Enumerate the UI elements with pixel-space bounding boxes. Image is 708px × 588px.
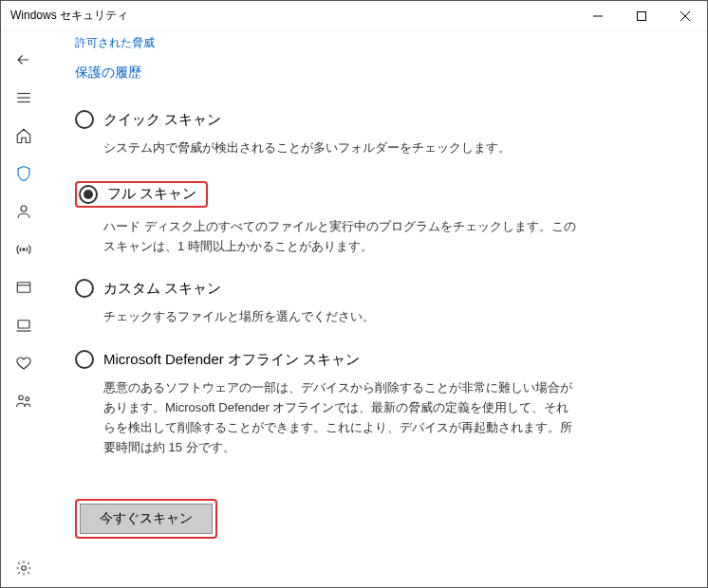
offline-scan-label: Microsoft Defender オフライン スキャン bbox=[103, 351, 360, 369]
custom-scan-radio[interactable] bbox=[75, 279, 94, 298]
window-title: Windows セキュリティ bbox=[10, 8, 576, 24]
scan-now-button[interactable]: 今すぐスキャン bbox=[80, 504, 213, 534]
app-icon[interactable] bbox=[1, 268, 47, 306]
title-bar: Windows セキュリティ bbox=[1, 1, 707, 31]
full-scan-desc: ハード ディスク上のすべてのファイルと実行中のプログラムをチェックします。このス… bbox=[103, 217, 578, 257]
custom-scan-desc: チェックするファイルと場所を選んでください。 bbox=[103, 307, 578, 327]
main-content: 許可された脅威 保護の履歴 クイック スキャン システム内で脅威が検出されること… bbox=[47, 31, 707, 587]
nav-rail bbox=[1, 31, 47, 587]
account-icon[interactable] bbox=[1, 193, 47, 230]
allowed-threats-link[interactable]: 許可された脅威 bbox=[75, 35, 669, 51]
minimize-button[interactable] bbox=[576, 1, 620, 31]
close-button[interactable] bbox=[663, 1, 707, 31]
offline-scan-desc: 悪意のあるソフトウェアの一部は、デバイスから削除することが非常に難しい場合があり… bbox=[103, 378, 578, 457]
home-icon[interactable] bbox=[1, 117, 47, 155]
shield-icon[interactable] bbox=[1, 155, 47, 193]
heart-icon[interactable] bbox=[1, 344, 47, 382]
offline-scan-radio[interactable] bbox=[75, 350, 94, 369]
family-icon[interactable] bbox=[1, 382, 47, 420]
menu-icon[interactable] bbox=[1, 79, 47, 117]
full-scan-radio[interactable] bbox=[79, 185, 98, 204]
quick-scan-option: クイック スキャン システム内で脅威が検出されることが多いフォルダーをチェックし… bbox=[75, 110, 669, 158]
svg-point-13 bbox=[19, 395, 24, 400]
full-scan-label: フル スキャン bbox=[107, 185, 196, 203]
svg-rect-11 bbox=[18, 321, 29, 328]
full-scan-option: フル スキャン ハード ディスク上のすべてのファイルと実行中のプログラムをチェッ… bbox=[75, 181, 669, 257]
protection-history-link[interactable]: 保護の履歴 bbox=[75, 64, 669, 82]
quick-scan-label: クイック スキャン bbox=[103, 111, 221, 129]
back-icon[interactable] bbox=[1, 41, 47, 79]
scan-now-highlight: 今すぐスキャン bbox=[75, 499, 217, 539]
custom-scan-option: カスタム スキャン チェックするファイルと場所を選んでください。 bbox=[75, 279, 669, 327]
device-icon[interactable] bbox=[1, 306, 47, 344]
svg-point-15 bbox=[22, 566, 27, 571]
svg-point-8 bbox=[23, 248, 25, 250]
quick-scan-desc: システム内で脅威が検出されることが多いフォルダーをチェックします。 bbox=[103, 138, 578, 158]
maximize-button[interactable] bbox=[620, 1, 663, 31]
svg-point-14 bbox=[26, 397, 29, 401]
full-scan-highlight: フル スキャン bbox=[75, 181, 208, 208]
svg-rect-1 bbox=[638, 11, 646, 20]
svg-point-7 bbox=[21, 206, 27, 211]
antenna-icon[interactable] bbox=[1, 230, 47, 268]
svg-rect-9 bbox=[17, 283, 30, 293]
quick-scan-radio[interactable] bbox=[75, 110, 94, 129]
settings-icon[interactable] bbox=[1, 549, 47, 587]
custom-scan-label: カスタム スキャン bbox=[103, 280, 221, 298]
offline-scan-option: Microsoft Defender オフライン スキャン 悪意のあるソフトウェ… bbox=[75, 350, 669, 457]
window-controls bbox=[576, 1, 707, 31]
